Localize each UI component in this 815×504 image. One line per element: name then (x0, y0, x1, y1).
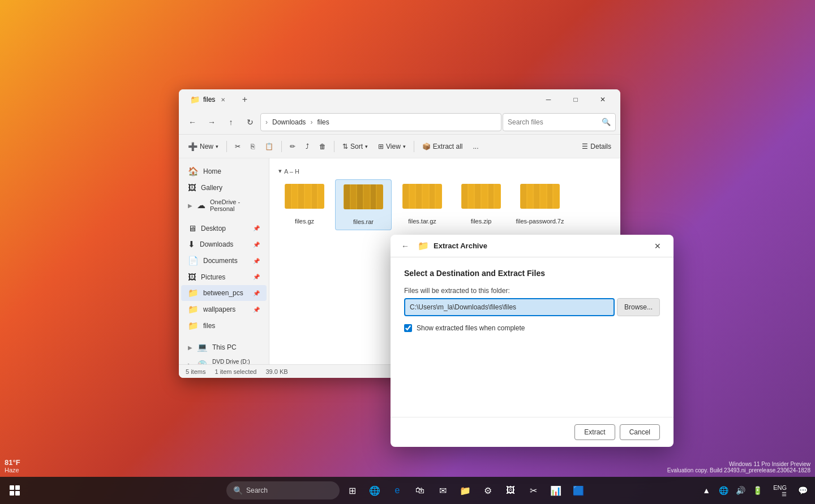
terminal-icon: 📊 (550, 485, 561, 496)
cut-button[interactable]: ✂ (230, 137, 245, 156)
folder-between-pcs-icon: 📁 (188, 288, 199, 298)
downloads-icon: ⬇ (188, 239, 195, 249)
tab-close-button[interactable]: ✕ (218, 95, 228, 104)
navigation-toolbar: ← → ↑ ↻ › Downloads › files 🔍 (179, 110, 620, 135)
explorer-tab-files[interactable]: 📁 files ✕ (183, 92, 234, 107)
sidebar-item-between-pcs[interactable]: 📁 between_pcs 📌 (181, 285, 267, 301)
taskbar-icon-settings[interactable]: ⚙ (478, 480, 498, 501)
taskbar-icon-store[interactable]: 🛍 (410, 480, 430, 501)
up-button[interactable]: ↑ (222, 113, 240, 131)
group-collapse-icon[interactable]: ▾ (278, 167, 282, 175)
cancel-button[interactable]: Cancel (620, 424, 660, 440)
network-icon[interactable]: 🌐 (715, 483, 731, 498)
titlebar: 📁 files ✕ + ─ □ ✕ (179, 89, 620, 110)
browser-icon: 🌐 (369, 485, 380, 496)
taskbar-icon-photos[interactable]: 🖼 (500, 480, 521, 501)
sidebar-item-onedrive[interactable]: ▶ ☁ OneDrive - Personal (181, 196, 267, 215)
share-button[interactable]: ⤴ (301, 137, 314, 156)
taskbar-time[interactable]: ENG ☰ (769, 482, 791, 499)
taskbar-search-bar[interactable]: 🔍 Search (226, 481, 340, 499)
close-button[interactable]: ✕ (590, 91, 616, 109)
taskbar-center: 🔍 Search ⊞ 🌐 e 🛍 ✉ 📁 ⚙ 🖼 ✂ 📊 (226, 480, 589, 501)
details-icon: ☰ (582, 143, 588, 150)
dialog-folder-icon: 📁 (418, 240, 429, 251)
sidebar-label-onedrive: OneDrive - Personal (210, 199, 260, 212)
taskbar-icon-terminal[interactable]: 📊 (546, 480, 566, 501)
checkbox-row: Show extracted files when complete (404, 324, 660, 332)
weather-widget: 81°F Haze (5, 458, 20, 473)
sidebar-item-desktop[interactable]: 🖥 Desktop 📌 (181, 221, 267, 236)
expand-this-pc-icon: ▶ (188, 344, 192, 351)
sidebar-label-files: files (203, 322, 215, 330)
folder-icon-gz (285, 184, 324, 216)
gallery-icon: 🖼 (188, 183, 196, 192)
details-button[interactable]: ☰ Details (577, 137, 616, 156)
pin-icon-between-pcs: 📌 (253, 290, 260, 296)
sort-button[interactable]: ⇅ Sort ▾ (338, 137, 372, 156)
path-input[interactable] (404, 298, 615, 316)
extract-all-icon: 📦 (422, 143, 431, 150)
onedrive-icon: ☁ (197, 200, 205, 210)
new-tab-button[interactable]: + (237, 92, 252, 107)
dialog-body: Select a Destination and Extract Files F… (391, 257, 674, 417)
taskbar-icon-browser[interactable]: 🌐 (364, 480, 385, 501)
extract-all-button[interactable]: 📦 Extract all (418, 137, 467, 156)
minimize-button[interactable]: ─ (535, 91, 561, 109)
taskbar-icon-mail[interactable]: ✉ (432, 480, 453, 501)
taskbar-icon-snip[interactable]: ✂ (523, 480, 543, 501)
volume-icon[interactable]: 🔊 (732, 483, 748, 498)
new-button[interactable]: ➕ New ▾ (183, 137, 223, 156)
file-item-zip[interactable]: files.zip (453, 179, 509, 230)
paste-button[interactable]: 📋 (260, 137, 278, 156)
file-item-targz[interactable]: files.tar.gz (394, 179, 451, 230)
maximize-button[interactable]: □ (563, 91, 589, 109)
breadcrumb-downloads[interactable]: Downloads (270, 117, 308, 127)
taskbar-search-icon: 🔍 (233, 486, 243, 495)
sidebar-item-gallery[interactable]: 🖼 Gallery (181, 180, 267, 195)
separator-2 (281, 141, 282, 152)
battery-icon[interactable]: 🔋 (749, 483, 765, 498)
taskbar-icon-explorer[interactable]: 📁 (455, 480, 475, 501)
rename-button[interactable]: ✏ (285, 137, 300, 156)
forward-button[interactable]: → (203, 113, 221, 131)
view-button[interactable]: ⊞ View ▾ (374, 137, 410, 156)
refresh-button[interactable]: ↻ (241, 113, 259, 131)
search-box[interactable]: 🔍 (503, 113, 616, 131)
file-item-7z[interactable]: files-password.7z (512, 179, 568, 230)
dialog-close-button[interactable]: ✕ (649, 237, 667, 255)
taskbar-icon-widgets[interactable]: ⊞ (342, 480, 362, 501)
pin-icon-pictures: 📌 (253, 274, 260, 280)
taskbar-icon-edge[interactable]: e (387, 480, 408, 501)
sidebar-item-dvd[interactable]: ▶ 💿 DVD Drive (D:) GParted-liv (181, 356, 267, 364)
sidebar-item-downloads[interactable]: ⬇ Downloads 📌 (181, 236, 267, 252)
copy-button[interactable]: ⎘ (246, 137, 259, 156)
search-input[interactable] (508, 118, 599, 126)
widgets-icon: ⊞ (349, 485, 356, 496)
more-button[interactable]: ... (469, 137, 483, 156)
taskbar-icon-ms365[interactable]: 🟦 (568, 480, 589, 501)
show-extracted-label[interactable]: Show extracted files when complete (417, 324, 525, 332)
browse-button[interactable]: Browse... (617, 298, 660, 316)
dialog-back-button[interactable]: ← (397, 238, 413, 254)
sidebar-item-documents[interactable]: 📄 Documents 📌 (181, 253, 267, 269)
show-extracted-checkbox[interactable] (404, 324, 412, 332)
breadcrumb-files[interactable]: files (315, 117, 331, 127)
delete-button[interactable]: 🗑 (315, 137, 331, 156)
notification-icon[interactable]: 💬 (795, 483, 810, 498)
sidebar-item-this-pc[interactable]: ▶ 💻 This PC (181, 339, 267, 355)
time-text: ENG (773, 484, 787, 491)
taskbar: 🔍 Search ⊞ 🌐 e 🛍 ✉ 📁 ⚙ 🖼 ✂ 📊 (0, 477, 815, 504)
extract-button[interactable]: Extract (574, 424, 615, 440)
sidebar-item-files[interactable]: 📁 files (181, 318, 267, 334)
sidebar-item-pictures[interactable]: 🖼 Pictures 📌 (181, 269, 267, 285)
file-item-gz[interactable]: files.gz (276, 179, 333, 230)
sidebar-item-home[interactable]: 🏠 Home (181, 163, 267, 179)
file-item-rar[interactable]: files.rar (335, 179, 392, 230)
sidebar-item-wallpapers[interactable]: 📁 wallpapers 📌 (181, 301, 267, 317)
tray-arrow-icon[interactable]: ▲ (698, 483, 714, 498)
back-button[interactable]: ← (183, 113, 201, 131)
new-icon: ➕ (188, 142, 198, 151)
start-button[interactable] (5, 480, 25, 501)
weather-desc: Haze (5, 467, 20, 473)
address-bar[interactable]: › Downloads › files (260, 113, 501, 131)
